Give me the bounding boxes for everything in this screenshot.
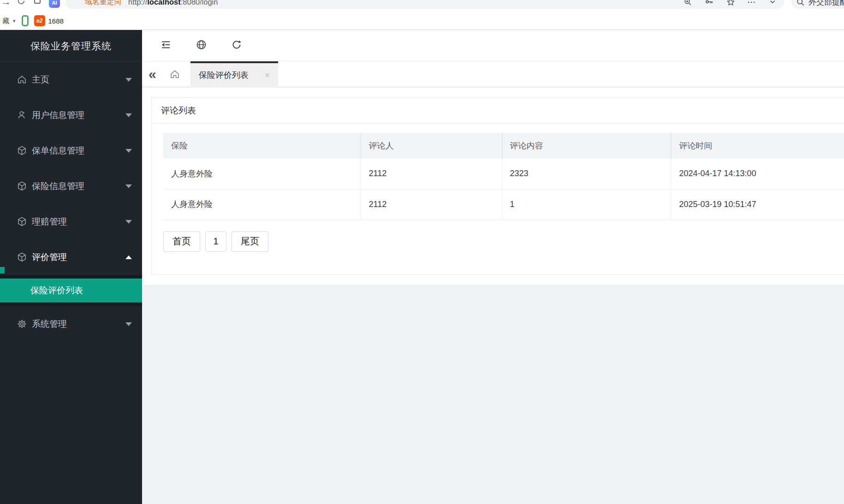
chevron-down-icon [125, 149, 132, 153]
table-row: 人身意外险 2112 1 2025-03-19 10:51:47 [163, 189, 844, 219]
cell-commenter: 2112 [361, 189, 502, 219]
first-page-button[interactable]: 首页 [163, 231, 200, 252]
browser-forward-icon[interactable]: → [1, 0, 11, 8]
cell-insurance: 人身意外险 [163, 189, 361, 219]
sidebar-item-insurance-info[interactable]: 保险信息管理 [0, 168, 142, 204]
gear-icon [17, 319, 27, 329]
cell-insurance: 人身意外险 [163, 159, 361, 189]
password-key-icon[interactable] [705, 0, 714, 6]
sidebar-item-label: 评价管理 [32, 251, 67, 263]
screen: → AI 域名重定向 http://localhost:8080/login [0, 0, 844, 504]
comments-table: 保险 评论人 评论内容 评论时间 人身意外险 2112 2323 2024-04… [163, 133, 844, 220]
chevron-down-icon [125, 184, 132, 188]
tab-insurance-evaluation-list[interactable]: 保险评价列表 × [190, 61, 278, 87]
column-header-time: 评论时间 [671, 133, 844, 159]
close-icon[interactable]: × [265, 71, 270, 79]
cell-content: 2323 [502, 159, 671, 189]
chevron-down-icon [125, 322, 132, 326]
page-url: http://localhost:8080/login [128, 0, 218, 6]
chevron-down-icon[interactable] [768, 0, 777, 6]
page-number-button[interactable]: 1 [205, 231, 226, 252]
main-area: « 保险评价列表 × 评论列表 保险 评论人 [142, 30, 844, 504]
url-scheme: http:// [128, 0, 147, 6]
ai-assistant-icon[interactable]: AI [49, 0, 60, 8]
bookmark-folder-chevron-icon[interactable]: ▾ [13, 18, 16, 24]
sidebar-fold-icon[interactable] [160, 39, 172, 52]
cube-icon [17, 145, 27, 156]
refresh-icon[interactable] [231, 39, 242, 52]
column-header-insurance: 保险 [163, 133, 361, 159]
chevron-down-icon [125, 113, 132, 117]
browser-home-icon[interactable] [34, 0, 41, 4]
chevron-up-icon [125, 255, 132, 259]
cube-icon [17, 181, 27, 191]
address-bar-actions: ··· [684, 0, 777, 6]
tabs-collapse-icon[interactable]: « [149, 67, 155, 81]
sidebar-item-policy-info[interactable]: 保单信息管理 [0, 133, 142, 168]
sidebar-item-label: 理赔管理 [32, 216, 67, 228]
extensions-dots-icon[interactable]: ··· [748, 0, 756, 6]
app-toolbar [142, 30, 844, 61]
sidebar-item-evaluation[interactable]: 评价管理 [0, 239, 142, 275]
evaluation-submenu: 保险评价列表 [0, 275, 142, 306]
sidebar-item-label: 用户信息管理 [32, 109, 84, 121]
sidebar: 保险业务管理系统 主页 用户信息管理 [0, 30, 142, 504]
cell-time: 2024-04-17 14:13:00 [671, 159, 844, 189]
user-icon [17, 110, 27, 120]
sidebar-item-label: 保单信息管理 [32, 145, 84, 157]
cell-commenter: 2112 [361, 159, 502, 189]
cell-content: 1 [502, 189, 671, 219]
sidebar-item-system[interactable]: 系统管理 [0, 306, 142, 342]
phone-bookmark-icon[interactable] [22, 15, 29, 26]
column-header-content: 评论内容 [502, 133, 671, 159]
zoom-in-icon[interactable] [684, 0, 692, 6]
browser-refresh-icon[interactable] [17, 0, 26, 6]
bookmarks-bar: 藏 ▾ e2 1688 [0, 12, 844, 30]
sidebar-item-home[interactable]: 主页 [0, 62, 142, 97]
language-globe-icon[interactable] [196, 39, 207, 52]
bookmark-folder-label[interactable]: 藏 [2, 17, 9, 25]
url-path: :8080/login [181, 0, 218, 6]
sidebar-item-user-info[interactable]: 用户信息管理 [0, 97, 142, 133]
search-icon [796, 0, 805, 6]
cube-icon [17, 252, 27, 262]
table-row: 人身意外险 2112 2323 2024-04-17 14:13:00 [163, 159, 844, 189]
tab-home-icon[interactable] [169, 69, 180, 80]
chevron-down-icon [125, 78, 132, 82]
site-logo-icon[interactable]: e2 [34, 15, 45, 26]
side-search-box[interactable]: 外交部提醒 [791, 0, 844, 9]
last-page-button[interactable]: 尾页 [232, 231, 268, 252]
url-host: localhost [147, 0, 180, 6]
address-bar[interactable]: 域名重定向 http://localhost:8080/login ··· [65, 0, 784, 9]
redirect-badge: 域名重定向 [85, 0, 122, 7]
comment-list-card: 评论列表 保险 评论人 评论内容 评论时间 人身意外险 [151, 97, 844, 275]
home-icon [17, 74, 27, 85]
tab-bar: « 保险评价列表 × [142, 61, 844, 87]
sidebar-subitem-evaluation-list[interactable]: 保险评价列表 [0, 279, 142, 302]
pagination: 首页 1 尾页 [163, 231, 844, 252]
page-content: 评论列表 保险 评论人 评论内容 评论时间 人身意外险 [142, 88, 844, 285]
search-query-text: 外交部提醒 [808, 0, 844, 7]
table-header-row: 保险 评论人 评论内容 评论时间 [163, 133, 844, 159]
column-header-commenter: 评论人 [361, 133, 502, 159]
bookmark-site-label[interactable]: 1688 [48, 17, 64, 25]
browser-toolbar: → AI 域名重定向 http://localhost:8080/login [0, 0, 844, 12]
cell-time: 2025-03-19 10:51:47 [671, 189, 844, 219]
sidebar-item-label: 主页 [32, 74, 49, 86]
sidebar-item-label: 保险信息管理 [32, 180, 84, 192]
app-title: 保险业务管理系统 [0, 30, 142, 62]
sidebar-item-claims[interactable]: 理赔管理 [0, 204, 142, 239]
tab-label: 保险评价列表 [199, 70, 249, 81]
sidebar-item-label: 系统管理 [32, 318, 67, 330]
bookmark-star-icon[interactable] [726, 0, 735, 6]
cube-icon [17, 216, 27, 227]
scroll-indicator [0, 267, 5, 273]
card-title: 评论列表 [152, 98, 844, 124]
chevron-down-icon [125, 220, 132, 224]
